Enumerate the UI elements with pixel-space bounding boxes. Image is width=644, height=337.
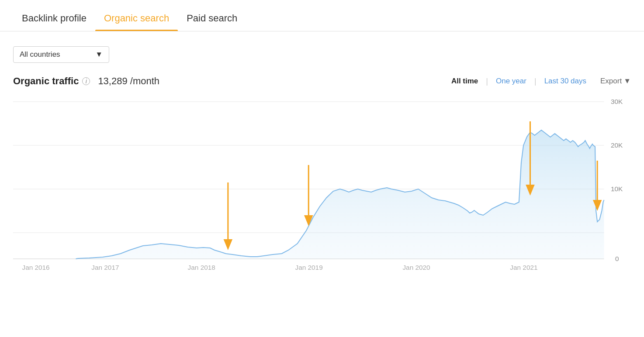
content-area: All countries ▼ Organic traffic i 13,289… [0,31,644,279]
svg-text:20K: 20K [611,141,623,149]
svg-text:Jan 2021: Jan 2021 [510,264,537,271]
all-time-button[interactable]: All time [443,75,486,87]
svg-text:Jan 2020: Jan 2020 [402,264,430,271]
country-select-label: All countries [20,50,60,59]
info-icon[interactable]: i [82,77,90,85]
svg-text:30K: 30K [611,98,623,105]
export-chevron-icon: ▼ [623,77,631,86]
traffic-header: Organic traffic i 13,289 /month All time… [13,75,631,87]
tab-paid-search[interactable]: Paid search [178,13,246,31]
svg-text:Jan 2016: Jan 2016 [22,264,49,271]
chevron-down-icon: ▼ [95,50,103,59]
arrow-1 [224,182,232,250]
chart-svg: 30K 20K 10K 0 Jan 2016 Jan 2017 Jan 2018… [13,95,631,279]
svg-text:Jan 2017: Jan 2017 [91,264,119,271]
chart-container: 30K 20K 10K 0 Jan 2016 Jan 2017 Jan 2018… [13,95,631,279]
country-select[interactable]: All countries ▼ [13,46,109,63]
tabs-bar: Backlink profile Organic search Paid sea… [0,0,644,31]
svg-text:0: 0 [615,255,619,262]
traffic-value: 13,289 /month [98,76,159,87]
one-year-button[interactable]: One year [488,75,534,87]
tab-backlink-profile[interactable]: Backlink profile [13,13,95,31]
traffic-title: Organic traffic [13,76,79,87]
time-controls: All time | One year | Last 30 days Expor… [443,75,631,87]
svg-text:Jan 2018: Jan 2018 [188,264,215,271]
export-label: Export [600,77,622,86]
svg-marker-16 [224,239,232,250]
svg-text:Jan 2019: Jan 2019 [295,264,323,271]
last-30-days-button[interactable]: Last 30 days [537,75,594,87]
arrow-2 [304,165,313,226]
tab-organic-search[interactable]: Organic search [95,13,178,31]
svg-text:10K: 10K [611,185,623,193]
export-button[interactable]: Export ▼ [600,77,631,86]
